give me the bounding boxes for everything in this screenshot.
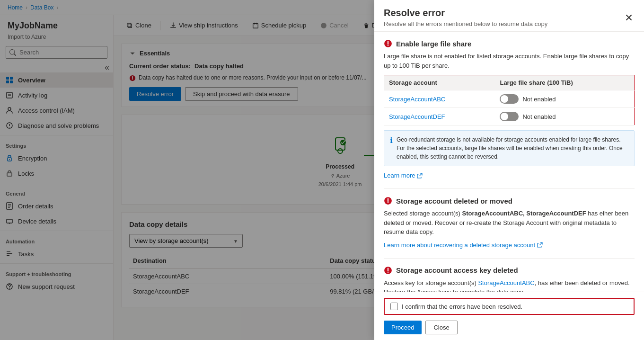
deleted-accounts-bold: StorageAccountABC, StorageAccountDEF [462,210,586,217]
close-icon [625,14,633,21]
svg-point-46 [388,45,388,46]
error-access-key-deleted: Storage account access key deleted Acces… [384,266,635,292]
learn-more-deleted-account[interactable]: Learn more about recovering a deleted st… [384,242,543,249]
toggle-def-label: Not enabled [522,113,556,120]
info-box: ℹ Geo-redundant storage is not available… [384,130,635,166]
toggle-abc[interactable] [500,94,519,104]
storage-account-def-link[interactable]: StorageAccountDEF [389,113,445,120]
error-large-file-share: Enable large file share Large file share… [384,39,635,179]
info-icon: ℹ [390,136,393,161]
error-access-key-title: Storage account access key deleted [396,266,518,274]
toggle-abc-label: Not enabled [522,96,556,103]
confirm-checkbox[interactable] [390,303,398,310]
svg-point-52 [388,271,388,272]
confirm-wrapper: I confirm that the errors have been reso… [384,298,635,315]
panel-footer: I confirm that the errors have been reso… [374,292,644,340]
resolve-error-panel: Resolve error Resolve all the errors men… [374,0,644,340]
error-icon-large-file [384,39,392,48]
svg-point-49 [388,202,388,203]
external-link-icon-2 [537,242,543,248]
storage-account-row: StorageAccountABC Not enabled [384,90,635,108]
error-icon-account-deleted [384,197,392,205]
storage-accounts-table: Storage account Large file share (100 Ti… [384,75,635,125]
storage-col1: Storage account [384,75,495,90]
panel-body: Enable large file share Large file share… [374,32,644,292]
panel-subtitle: Resolve all the errors mentioned below t… [384,20,547,27]
storage-account-abc-link[interactable]: StorageAccountABC [389,96,445,103]
panel-close-button[interactable] [623,12,635,23]
learn-more-large-file-label: Learn more [384,172,415,179]
learn-more-deleted-label: Learn more about recovering a deleted st… [384,242,535,249]
storage-account-row: StorageAccountDEF Not enabled [384,108,635,125]
error-large-file-desc: Large file share is not enabled for list… [384,52,635,70]
error-account-deleted: Storage account deleted or moved Selecte… [384,197,635,249]
error-access-key-desc: Access key for storage account(s) Storag… [384,278,635,292]
error-large-file-title: Enable large file share [396,40,471,48]
error-account-deleted-title: Storage account deleted or moved [396,197,512,205]
confirm-label: I confirm that the errors have been reso… [402,303,522,310]
toggle-def[interactable] [500,112,519,121]
error-account-deleted-desc: Selected storage account(s) StorageAccou… [384,209,635,237]
info-text: Geo-redundant storage is not available f… [397,135,628,161]
proceed-button[interactable]: Proceed [384,321,422,334]
panel-title: Resolve error [384,8,547,18]
error-icon-access-key [384,266,392,275]
external-link-icon [417,173,423,179]
storage-col2: Large file share (100 TiB) [495,75,634,90]
learn-more-large-file[interactable]: Learn more [384,172,423,179]
access-key-account-link[interactable]: StorageAccountABC [478,279,534,286]
panel-close-footer-button[interactable]: Close [425,321,457,334]
